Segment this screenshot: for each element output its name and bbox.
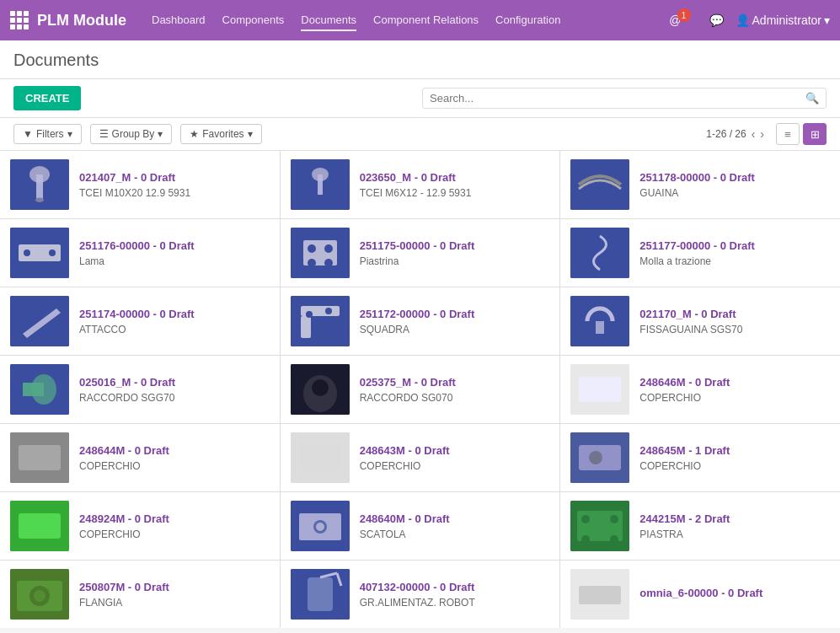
- doc-card-doc-15[interactable]: 248645M - 1 DraftCOPERCHIO: [560, 424, 840, 491]
- doc-info: 248646M - 0 DraftCOPERCHIO: [639, 376, 830, 404]
- svg-point-42: [589, 451, 602, 464]
- nav-documents[interactable]: Documents: [301, 10, 356, 31]
- create-button[interactable]: CREATE: [13, 86, 81, 110]
- svg-point-48: [316, 523, 324, 531]
- svg-rect-60: [308, 577, 333, 611]
- doc-card-doc-3[interactable]: 251178-00000 - 0 DraftGUAINA: [560, 151, 840, 218]
- nav-component-relations[interactable]: Component Relations: [373, 10, 479, 31]
- doc-card-doc-16[interactable]: 248924M - 0 DraftCOPERCHIO: [0, 492, 280, 560]
- doc-card-doc-20[interactable]: 407132-00000 - 0 DraftGR.ALIMENTAZ. ROBO…: [281, 561, 560, 628]
- doc-card-doc-2[interactable]: 023650_M - 0 DraftTCEI M6X12 - 12.9 5931: [281, 151, 560, 218]
- list-view-button[interactable]: ≡: [776, 123, 800, 145]
- svg-point-24: [306, 311, 313, 318]
- doc-card-doc-13[interactable]: 248644M - 0 DraftCOPERCHIO: [0, 424, 280, 491]
- prev-page-button[interactable]: ‹: [752, 127, 756, 141]
- app-title: PLM Module: [37, 12, 126, 30]
- doc-thumbnail: [570, 364, 629, 415]
- doc-subtitle: SQUADRA: [360, 324, 550, 335]
- doc-title: 025375_M - 0 Draft: [360, 376, 550, 389]
- doc-card-doc-21[interactable]: omnia_6-00000 - 0 Draft: [560, 561, 840, 628]
- doc-card-doc-11[interactable]: 025375_M - 0 DraftRACCORDO SG070: [281, 356, 560, 423]
- doc-card-doc-9[interactable]: 021170_M - 0 DraftFISSAGUAINA SGS70: [560, 287, 840, 355]
- filters-chevron: ▾: [67, 128, 72, 140]
- doc-subtitle: RACCORDO SGG70: [79, 392, 270, 404]
- svg-rect-21: [291, 296, 350, 346]
- grid-view-button[interactable]: ⊞: [803, 123, 827, 145]
- notification-btn[interactable]: @ 1: [669, 13, 697, 27]
- next-page-button[interactable]: ›: [760, 127, 764, 141]
- svg-rect-2: [36, 174, 43, 198]
- user-menu[interactable]: 👤 Administrator ▾: [736, 13, 830, 27]
- doc-subtitle: TCEI M10X20 12.9 5931: [79, 187, 270, 199]
- doc-info: 251174-00000 - 0 DraftATTACCO: [79, 308, 270, 335]
- nav-links: Dashboard Components Documents Component…: [152, 10, 669, 31]
- doc-title: 248645M - 1 Draft: [639, 444, 830, 457]
- filters-button[interactable]: ▼ Filters ▾: [13, 124, 82, 144]
- filter-bar: ▼ Filters ▾ ☰ Group By ▾ ★ Favorites ▾ 1…: [0, 118, 840, 151]
- doc-card-doc-18[interactable]: 244215M - 2 DraftPIASTRA: [560, 492, 840, 560]
- chat-btn[interactable]: 💬: [709, 13, 724, 27]
- doc-card-doc-6[interactable]: 251177-00000 - 0 DraftMolla a trazione: [560, 219, 840, 287]
- doc-info: 025375_M - 0 DraftRACCORDO SG070: [360, 376, 550, 404]
- doc-info: 251178-00000 - 0 DraftGUAINA: [639, 171, 830, 199]
- doc-card-doc-5[interactable]: 251175-00000 - 0 DraftPiastrina: [281, 219, 560, 287]
- doc-card-doc-10[interactable]: 025016_M - 0 DraftRACCORDO SGG70: [0, 356, 280, 423]
- group-by-button[interactable]: ☰ Group By ▾: [90, 124, 173, 144]
- favorites-label: Favorites: [202, 128, 243, 140]
- doc-title: 251176-00000 - 0 Draft: [79, 239, 270, 252]
- notification-badge: 1: [677, 8, 691, 22]
- search-icon[interactable]: 🔍: [805, 92, 819, 105]
- filters-label: Filters: [36, 128, 64, 140]
- doc-thumbnail: [291, 228, 350, 278]
- favorites-button[interactable]: ★ Favorites ▾: [180, 124, 261, 144]
- doc-card-doc-14[interactable]: 248643M - 0 DraftCOPERCHIO: [281, 424, 560, 491]
- doc-thumbnail: [570, 228, 629, 278]
- doc-subtitle: FISSAGUAINA SGS70: [639, 324, 830, 335]
- doc-info: 248640M - 0 DraftSCATOLA: [360, 512, 550, 540]
- doc-thumbnail: [570, 501, 629, 551]
- nav-dashboard[interactable]: Dashboard: [152, 10, 206, 31]
- doc-thumbnail: [10, 159, 69, 210]
- svg-point-16: [308, 259, 316, 267]
- doc-card-doc-1[interactable]: 021407_M - 0 DraftTCEI M10X20 12.9 5931: [0, 151, 280, 218]
- doc-card-doc-8[interactable]: 251172-00000 - 0 DraftSQUADRA: [281, 287, 560, 355]
- doc-card-doc-12[interactable]: 248646M - 0 DraftCOPERCHIO: [560, 356, 840, 423]
- doc-thumbnail: [291, 159, 350, 210]
- doc-subtitle: GR.ALIMENTAZ. ROBOT: [360, 597, 550, 609]
- doc-subtitle: COPERCHIO: [79, 460, 270, 472]
- doc-thumbnail: [10, 501, 69, 551]
- doc-subtitle: RACCORDO SG070: [360, 392, 550, 404]
- doc-title: 025016_M - 0 Draft: [79, 376, 270, 389]
- doc-thumbnail: [10, 432, 69, 483]
- app-grid-icon[interactable]: [10, 11, 29, 30]
- star-icon: ★: [190, 128, 199, 140]
- doc-info: 251172-00000 - 0 DraftSQUADRA: [360, 308, 550, 335]
- doc-thumbnail: [570, 569, 629, 620]
- doc-subtitle: COPERCHIO: [639, 392, 830, 404]
- doc-info: 250807M - 0 DraftFLANGIA: [79, 581, 270, 609]
- svg-point-33: [312, 379, 329, 396]
- nav-components[interactable]: Components: [222, 10, 285, 31]
- doc-card-doc-19[interactable]: 250807M - 0 DraftFLANGIA: [0, 561, 280, 628]
- doc-subtitle: COPERCHIO: [79, 528, 270, 540]
- doc-thumbnail: [570, 432, 629, 483]
- doc-card-doc-17[interactable]: 248640M - 0 DraftSCATOLA: [281, 492, 560, 560]
- doc-thumbnail: [10, 228, 69, 278]
- doc-thumbnail: [291, 501, 350, 551]
- view-toggle: ≡ ⊞: [776, 123, 827, 145]
- documents-grid: 021407_M - 0 DraftTCEI M10X20 12.9 59310…: [0, 151, 840, 628]
- doc-title: 248646M - 0 Draft: [639, 376, 830, 389]
- doc-subtitle: GUAINA: [639, 187, 830, 199]
- doc-thumbnail: [10, 296, 69, 346]
- doc-card-doc-4[interactable]: 251176-00000 - 0 DraftLama: [0, 219, 280, 287]
- doc-card-doc-7[interactable]: 251174-00000 - 0 DraftATTACCO: [0, 287, 280, 355]
- page-header: Documents: [0, 40, 840, 79]
- svg-rect-39: [299, 445, 341, 470]
- doc-subtitle: PIASTRA: [639, 528, 830, 540]
- doc-title: 251174-00000 - 0 Draft: [79, 308, 270, 320]
- doc-title: 248640M - 0 Draft: [360, 512, 550, 525]
- search-input[interactable]: [430, 92, 805, 105]
- nav-configuration[interactable]: Configuration: [495, 10, 560, 31]
- svg-rect-64: [579, 586, 621, 604]
- doc-title: 248643M - 0 Draft: [360, 444, 550, 457]
